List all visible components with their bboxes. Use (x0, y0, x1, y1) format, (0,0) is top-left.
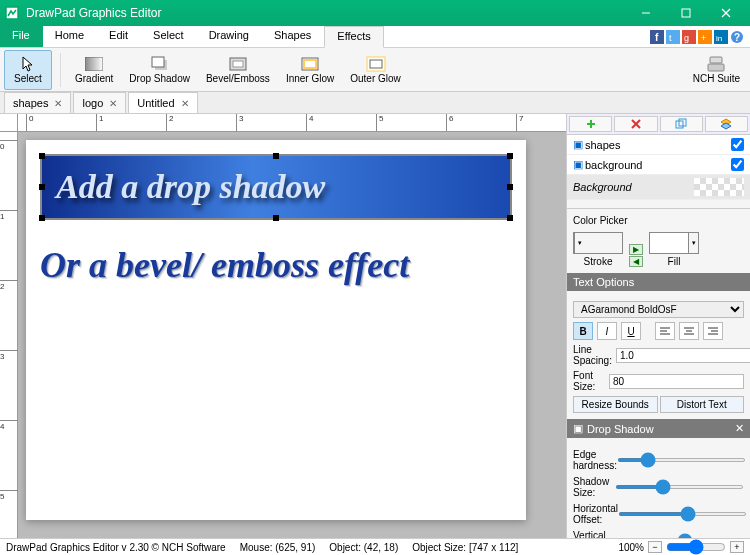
close-icon[interactable]: ✕ (735, 422, 744, 435)
text-options-header[interactable]: Text Options (567, 273, 750, 291)
svg-rect-26 (710, 57, 722, 63)
zoom-slider[interactable] (666, 539, 726, 555)
italic-button[interactable]: I (597, 322, 617, 340)
align-center-button[interactable] (679, 322, 699, 340)
collapse-icon[interactable]: ▣ (573, 422, 583, 435)
tool-select-label: Select (14, 73, 42, 84)
fill-color-button[interactable]: ▾ (649, 232, 699, 254)
menu-edit[interactable]: Edit (97, 26, 141, 47)
layer-order-button[interactable] (705, 116, 748, 132)
tab-shapes[interactable]: shapes✕ (4, 92, 71, 113)
tab-untitled[interactable]: Untitled✕ (128, 92, 197, 113)
swap-right-button[interactable]: ▶ (629, 244, 643, 255)
shadow-size-slider[interactable] (615, 485, 744, 489)
close-icon[interactable]: ✕ (54, 98, 62, 109)
tool-bevel[interactable]: Bevel/Emboss (200, 50, 276, 90)
color-picker-panel: Color Picker ▾ Stroke ▶ ◀ ▾ Fill (567, 208, 750, 273)
share-icon[interactable]: + (698, 30, 712, 44)
tab-logo[interactable]: logo✕ (73, 92, 126, 113)
close-icon[interactable]: ✕ (109, 98, 117, 109)
close-icon[interactable]: ✕ (181, 98, 189, 109)
menu-select[interactable]: Select (141, 26, 197, 47)
banner-shape[interactable]: Add a drop shadow (40, 154, 512, 220)
bevel-text[interactable]: Or a bevel/ emboss effect (40, 240, 510, 290)
bold-button[interactable]: B (573, 322, 593, 340)
background-row[interactable]: Background (567, 175, 750, 200)
status-bar: DrawPad Graphics Editor v 2.30 © NCH Sof… (0, 538, 750, 555)
distort-text-button[interactable]: Distort Text (660, 396, 745, 413)
canvas-area[interactable]: 01234567 012345 Add a drop shadow Or a b… (0, 114, 566, 538)
delete-layer-button[interactable] (614, 116, 657, 132)
stroke-color-button[interactable]: ▾ (573, 232, 623, 254)
tool-select[interactable]: Select (4, 50, 52, 90)
line-spacing-input[interactable] (616, 348, 750, 363)
align-right-button[interactable] (703, 322, 723, 340)
resize-handle[interactable] (507, 215, 513, 221)
menu-home[interactable]: Home (43, 26, 97, 47)
svg-text:in: in (716, 34, 722, 43)
google-icon[interactable]: g (682, 30, 696, 44)
duplicate-layer-button[interactable] (660, 116, 703, 132)
layer-visible-toggle[interactable] (731, 138, 744, 151)
svg-rect-19 (152, 57, 164, 67)
drop-shadow-header[interactable]: ▣Drop Shadow✕ (567, 419, 750, 438)
align-left-button[interactable] (655, 322, 675, 340)
layer-row[interactable]: ▣shapes (567, 135, 750, 155)
resize-handle[interactable] (507, 153, 513, 159)
facebook-icon[interactable]: f (650, 30, 664, 44)
color-picker-title: Color Picker (573, 215, 744, 226)
tool-outer-glow[interactable]: Outer Glow (344, 50, 407, 90)
resize-handle[interactable] (39, 153, 45, 159)
menu-file[interactable]: File (0, 26, 43, 47)
menu-drawing[interactable]: Drawing (197, 26, 262, 47)
drop-shadow-panel: Edge hardness: Shadow Size: Horizontal O… (567, 438, 750, 538)
svg-text:?: ? (734, 32, 740, 43)
zoom-in-button[interactable]: + (730, 541, 744, 553)
layer-row[interactable]: ▣background (567, 155, 750, 175)
banner-text: Add a drop shadow (56, 168, 325, 206)
help-icon[interactable]: ? (730, 30, 744, 44)
resize-handle[interactable] (507, 184, 513, 190)
tool-gradient[interactable]: Gradient (69, 50, 119, 90)
tool-drop-shadow[interactable]: Drop Shadow (123, 50, 196, 90)
edge-hardness-slider[interactable] (617, 458, 746, 462)
add-layer-button[interactable] (569, 116, 612, 132)
expand-icon[interactable]: ▣ (573, 138, 585, 151)
resize-handle[interactable] (273, 153, 279, 159)
svg-rect-2 (682, 9, 690, 17)
minimize-button[interactable] (626, 1, 666, 25)
font-size-label: Font Size: (573, 370, 605, 392)
menu-effects[interactable]: Effects (324, 26, 383, 48)
tool-drop-shadow-label: Drop Shadow (129, 73, 190, 84)
checker-icon (694, 178, 744, 196)
maximize-button[interactable] (666, 1, 706, 25)
resize-handle[interactable] (39, 215, 45, 221)
expand-icon[interactable]: ▣ (573, 158, 585, 171)
social-icons: f t g + in ? (650, 26, 750, 47)
chevron-down-icon[interactable]: ▾ (688, 233, 698, 253)
svg-rect-29 (590, 120, 592, 128)
twitter-icon[interactable]: t (666, 30, 680, 44)
vertical-offset-label: Vertical Offset: (573, 530, 615, 538)
menu-shapes[interactable]: Shapes (262, 26, 324, 47)
resize-handle[interactable] (273, 215, 279, 221)
shadow-size-label: Shadow Size: (573, 476, 615, 498)
status-object: Object: (42, 18) (329, 542, 398, 553)
underline-button[interactable]: U (621, 322, 641, 340)
close-button[interactable] (706, 1, 746, 25)
chevron-down-icon[interactable]: ▾ (574, 233, 584, 253)
horizontal-offset-slider[interactable] (618, 512, 747, 516)
resize-bounds-button[interactable]: Resize Bounds (573, 396, 658, 413)
gradient-icon (85, 55, 103, 73)
tool-bevel-label: Bevel/Emboss (206, 73, 270, 84)
zoom-out-button[interactable]: − (648, 541, 662, 553)
nch-suite-button[interactable]: NCH Suite (687, 50, 746, 90)
tool-inner-glow[interactable]: Inner Glow (280, 50, 340, 90)
font-size-input[interactable] (609, 374, 744, 389)
resize-handle[interactable] (39, 184, 45, 190)
swap-left-button[interactable]: ◀ (629, 256, 643, 267)
layer-visible-toggle[interactable] (731, 158, 744, 171)
font-select[interactable]: AGaramond BoldOsF (573, 301, 744, 318)
linkedin-icon[interactable]: in (714, 30, 728, 44)
canvas[interactable]: Add a drop shadow Or a bevel/ emboss eff… (26, 140, 526, 520)
